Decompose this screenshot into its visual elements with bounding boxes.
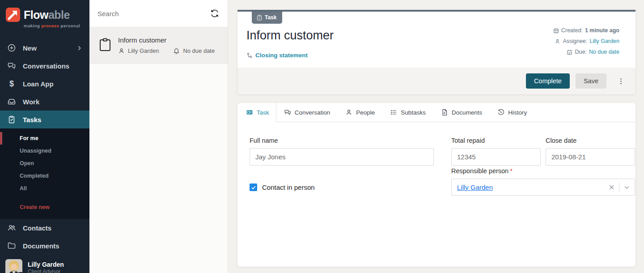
contact-in-person-group: Contact in person (250, 179, 434, 196)
responsible-person-select[interactable]: Lilly Garden (451, 179, 635, 196)
sidebar-item-documents[interactable]: Documents (0, 237, 89, 255)
tab-history[interactable]: History (490, 103, 534, 122)
sidebar-item-new[interactable]: New (0, 39, 89, 57)
meta-created: Created: 1 minute ago (553, 25, 619, 36)
meta-due: Due: No due date (553, 47, 619, 57)
sidebar-subitem-all[interactable]: All (0, 182, 89, 195)
check-icon (251, 185, 256, 190)
task-list-panel: Inform customer Lilly Garden No due date (89, 0, 228, 273)
dollar-icon: $ (7, 79, 16, 89)
sidebar-item-conversations[interactable]: Conversations (0, 57, 89, 75)
contact-in-person-checkbox[interactable] (250, 183, 257, 191)
bell-icon (173, 47, 180, 54)
tab-bar: Task Conversation People Subtasks Docume… (237, 103, 636, 122)
sidebar-subitem-unassigned[interactable]: Unassigned (0, 145, 89, 157)
task-header-card: Task Inform customer Closing statement C… (237, 10, 636, 94)
assignee-link[interactable]: Lilly Garden (589, 36, 619, 47)
responsible-person-group: Responsible person* Lilly Garden (451, 167, 635, 196)
full-name-group: Full name (250, 137, 434, 166)
clear-icon[interactable] (608, 184, 615, 191)
sidebar: Flowable making process personal New Con… (0, 0, 89, 273)
user-profile[interactable]: Lilly Garden Client Advisor (0, 255, 89, 273)
sidebar-subitem-open[interactable]: Open (0, 157, 89, 170)
logo-block: Flowable making process personal (0, 0, 89, 33)
more-options-icon[interactable] (615, 75, 627, 87)
total-repaid-group: Total repaid (451, 137, 541, 166)
person-icon (118, 47, 125, 54)
document-icon (441, 109, 448, 116)
calendar-icon (553, 28, 559, 34)
list-check-icon (390, 109, 397, 116)
task-assignee: Lilly Garden (128, 47, 159, 54)
page-title: Inform customer (246, 29, 334, 43)
inbox-icon (7, 97, 16, 106)
amount-date-row: Total repaid Close date (451, 137, 635, 166)
tab-documents[interactable]: Documents (433, 103, 490, 122)
avatar (5, 259, 22, 273)
responsible-person-label: Responsible person* (451, 167, 635, 175)
sidebar-subitem-for-me[interactable]: For me (0, 132, 89, 145)
brand-text: Flowable (24, 9, 70, 21)
sidebar-nav: New Conversations $ Loan App Work Tasks … (0, 39, 89, 255)
task-list-item[interactable]: Inform customer Lilly Garden No due date (89, 27, 228, 64)
due-link[interactable]: No due date (589, 47, 619, 57)
sidebar-subitem-completed[interactable]: Completed (0, 170, 89, 182)
close-date-field[interactable] (546, 148, 635, 166)
tasks-submenu: For me Unassigned Open Completed All Cre… (0, 128, 89, 219)
tab-conversation[interactable]: Conversation (276, 103, 338, 122)
people-icon (7, 223, 16, 232)
form-icon (246, 109, 253, 116)
required-asterisk: * (510, 167, 513, 175)
task-due: No due date (183, 47, 215, 54)
brand-tagline: making process personal (24, 23, 84, 28)
contact-in-person-label: Contact in person (262, 183, 315, 191)
save-button[interactable]: Save (576, 73, 606, 89)
profile-role: Client Advisor (28, 269, 64, 273)
sidebar-item-work[interactable]: Work (0, 93, 89, 111)
sidebar-item-tasks[interactable]: Tasks (0, 111, 89, 128)
responsible-person-value[interactable]: Lilly Garden (457, 183, 493, 191)
history-icon (497, 109, 504, 116)
clipboard-check-icon (7, 115, 16, 124)
process-link[interactable]: Closing statement (246, 52, 334, 59)
sidebar-item-contacts[interactable]: Contacts (0, 219, 89, 237)
main-area: Task Inform customer Closing statement C… (228, 0, 644, 273)
full-name-label: Full name (250, 137, 434, 144)
clipboard-icon (99, 38, 111, 51)
select-divider (619, 183, 619, 192)
process-branch-icon (246, 52, 253, 59)
chat-icon (7, 61, 16, 70)
close-date-label: Close date (546, 137, 635, 144)
complete-button[interactable]: Complete (526, 73, 570, 89)
sidebar-item-loan-app[interactable]: $ Loan App (0, 75, 89, 93)
task-detail-card: Task Conversation People Subtasks Docume… (237, 103, 636, 267)
chat-icon (284, 109, 291, 116)
close-date-group: Close date (546, 137, 635, 166)
total-repaid-label: Total repaid (451, 137, 541, 144)
meta-assignee: Assignee: Lilly Garden (553, 36, 619, 47)
task-form: Full name Total repaid Close date Contac… (237, 122, 636, 210)
search-bar (89, 0, 228, 27)
calendar-check-icon (567, 49, 572, 55)
task-metadata: Created: 1 minute ago Assignee: Lilly Ga… (553, 25, 619, 59)
task-type-badge: Task (252, 12, 282, 24)
folder-icon (7, 241, 16, 250)
refresh-icon[interactable] (210, 9, 220, 18)
search-input[interactable] (97, 10, 205, 17)
flowable-logo-icon (5, 7, 21, 22)
task-meta: Lilly Garden No due date (118, 47, 215, 54)
plus-circle-icon (7, 43, 16, 52)
task-title: Inform customer (118, 36, 215, 44)
tab-task[interactable]: Task (237, 103, 276, 122)
total-repaid-field[interactable] (451, 148, 541, 166)
chevron-down-icon[interactable] (623, 184, 630, 191)
person-icon (555, 38, 560, 44)
clipboard-check-icon (257, 15, 262, 21)
profile-name: Lilly Garden (28, 260, 64, 269)
chevron-right-icon (76, 45, 82, 51)
action-bar: Complete Save (237, 68, 636, 94)
sidebar-create-new-link[interactable]: Create new (0, 201, 89, 213)
tab-subtasks[interactable]: Subtasks (382, 103, 433, 122)
full-name-field[interactable] (250, 148, 434, 166)
tab-people[interactable]: People (338, 103, 382, 122)
